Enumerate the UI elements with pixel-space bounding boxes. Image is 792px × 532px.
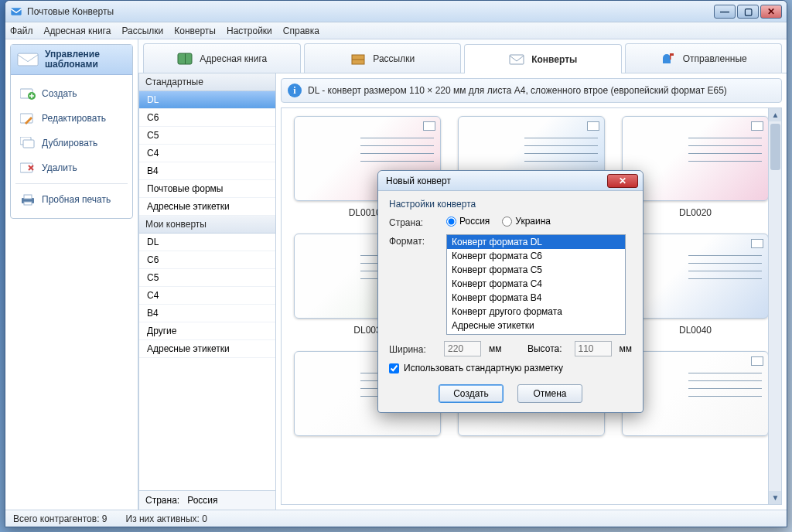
category-item[interactable]: DL [139,91,275,109]
country-field-label: Страна: [389,216,439,228]
dialog-close-button[interactable]: ✕ [607,174,638,188]
radio-russia-input[interactable] [446,217,456,227]
envelope-thumb[interactable]: DL0020 [622,116,769,218]
info-icon: i [288,84,302,97]
use-standard-checkbox[interactable] [389,363,399,373]
height-unit: мм [620,343,633,354]
printer-icon [20,193,36,206]
maximize-button[interactable]: ▢ [737,5,759,19]
tab-mailings[interactable]: Рассылки [304,43,462,73]
dialog-subtitle: Настройки конверта [389,199,632,210]
country-value: Россия [187,495,217,506]
gallery-scrollbar[interactable]: ▲ ▼ [768,108,781,504]
country-label: Страна: [145,495,179,506]
titlebar: Почтовые Конверты — ▢ ✕ [5,1,787,22]
category-item[interactable]: C5 [139,127,275,145]
envelope-icon [17,51,39,68]
category-header-standard: Стандартные [139,73,275,91]
format-option[interactable]: Конверт другого формата [447,305,625,319]
category-item[interactable]: C4 [139,145,275,162]
category-item[interactable]: C6 [139,109,275,127]
radio-russia[interactable]: Россия [446,216,490,227]
dialog-create-button[interactable]: Создать [439,384,504,403]
template-panel-header: Управление шаблонами [11,45,132,75]
format-option[interactable]: Адресные этикетки [447,319,625,332]
menu-mailings[interactable]: Рассылки [121,26,163,36]
status-total-label: Всего контрагентов: [13,513,100,524]
category-item[interactable]: Адресные этикетки [139,340,275,358]
new-envelope-dialog: Новый конверт ✕ Настройки конверта Стран… [377,170,644,413]
category-item[interactable]: B4 [139,162,275,180]
action-create-label: Создать [42,88,77,99]
width-unit: мм [489,343,502,354]
tab-sent-label: Отправленные [683,53,747,64]
format-option[interactable]: Конверт формата C4 [447,277,625,291]
menu-help[interactable]: Справка [283,26,319,36]
svg-rect-0 [11,8,21,15]
scroll-down-icon[interactable]: ▼ [769,491,782,504]
separator [15,183,128,184]
app-icon [10,5,22,18]
tab-mailings-label: Рассылки [373,53,415,64]
menu-envelopes[interactable]: Конверты [174,26,216,36]
action-probe-print[interactable]: Пробная печать [15,187,128,212]
menubar: Файл Адресная книга Рассылки Конверты На… [5,22,787,39]
minimize-button[interactable]: — [714,5,736,19]
app-title: Почтовые Конверты [27,6,712,17]
envelope-icon [508,53,525,66]
action-duplicate[interactable]: Дублировать [15,131,128,155]
width-input[interactable] [444,341,481,356]
envelope-thumb[interactable] [622,351,769,436]
category-item[interactable]: Другие [139,322,275,340]
duplicate-icon [20,137,36,149]
category-item[interactable]: C5 [139,269,275,287]
scroll-up-icon[interactable]: ▲ [769,108,782,121]
envelope-label: DL0020 [622,201,769,218]
format-option[interactable]: Конверт формата C6 [447,249,625,263]
menu-file[interactable]: Файл [10,26,33,36]
format-option[interactable]: Конверт формата DL [447,235,625,249]
menu-addressbook[interactable]: Адресная книга [44,26,111,36]
format-listbox[interactable]: Конверт формата DLКонверт формата C6Конв… [446,234,626,335]
dialog-titlebar[interactable]: Новый конверт ✕ [378,171,643,191]
category-item[interactable]: C4 [139,287,275,305]
status-active-label: Из них активных: [126,513,200,524]
dialog-cancel-button[interactable]: Отмена [517,384,582,403]
svg-rect-14 [510,55,524,64]
envelope-thumb[interactable]: DL0040 [622,234,769,336]
format-option[interactable]: Конверт формата B4 [447,291,625,305]
category-item[interactable]: Адресные этикетки [139,198,275,216]
template-panel: Управление шаблонами Создать Редактирова… [10,44,133,219]
country-bar: Страна: Россия [139,490,275,510]
action-delete[interactable]: Удалить [15,155,128,180]
category-item[interactable]: DL [139,234,275,251]
tab-addressbook-label: Адресная книга [200,53,267,64]
action-create[interactable]: Создать [15,81,128,106]
info-bar: i DL - конверт размером 110 × 220 мм для… [281,78,782,103]
radio-ukraine-input[interactable] [502,217,512,227]
format-option[interactable]: Конверт формата C5 [447,263,625,277]
status-active-value: 0 [202,513,207,524]
svg-rect-1 [18,53,38,66]
height-input[interactable] [575,341,612,356]
close-button[interactable]: ✕ [760,5,782,19]
svg-rect-10 [24,202,32,205]
envelope-label: DL0040 [622,319,769,336]
scroll-thumb[interactable] [770,124,780,170]
action-delete-label: Удалить [42,162,77,173]
menu-settings[interactable]: Настройки [227,26,272,36]
radio-ukraine[interactable]: Украина [502,216,551,227]
action-edit[interactable]: Редактировать [15,106,128,131]
height-label: Высота: [527,343,562,354]
tab-envelopes[interactable]: Конверты [464,44,622,73]
tab-sent[interactable]: Отправленные [625,43,783,73]
edit-icon [20,112,36,124]
tab-envelopes-label: Конверты [531,54,577,65]
category-item[interactable]: B4 [139,305,275,322]
format-field-label: Формат: [389,234,439,247]
category-item[interactable]: Почтовые формы [139,180,275,198]
tab-addressbook[interactable]: Адресная книга [143,43,301,73]
svg-rect-6 [23,140,34,148]
delete-icon [20,162,36,174]
category-item[interactable]: C6 [139,251,275,269]
